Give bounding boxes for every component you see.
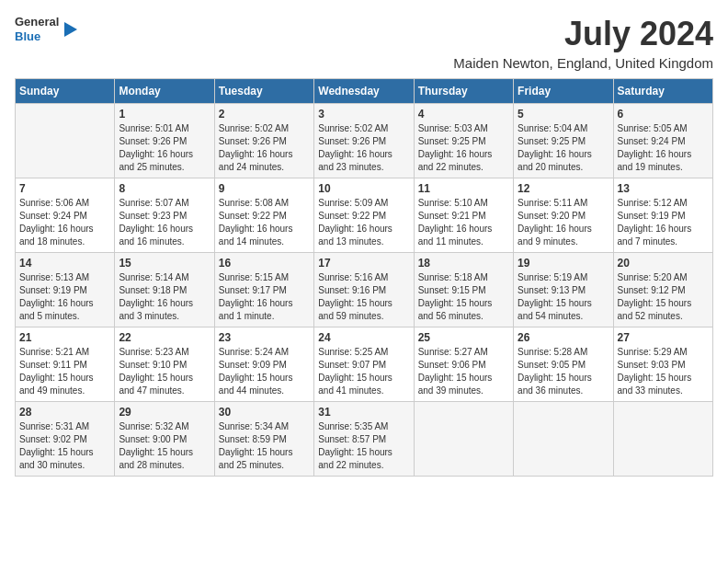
calendar-cell: 26Sunrise: 5:28 AMSunset: 9:05 PMDayligh… bbox=[514, 327, 613, 402]
calendar-cell bbox=[514, 402, 613, 477]
calendar-cell: 22Sunrise: 5:23 AMSunset: 9:10 PMDayligh… bbox=[115, 327, 214, 402]
day-info: Sunrise: 5:29 AMSunset: 9:03 PMDaylight:… bbox=[618, 346, 709, 397]
day-info: Sunrise: 5:06 AMSunset: 9:24 PMDaylight:… bbox=[19, 197, 110, 248]
day-info: Sunrise: 5:16 AMSunset: 9:16 PMDaylight:… bbox=[318, 271, 409, 323]
day-number: 31 bbox=[318, 406, 409, 419]
day-info: Sunrise: 5:13 AMSunset: 9:19 PMDaylight:… bbox=[19, 271, 110, 323]
calendar-cell: 18Sunrise: 5:18 AMSunset: 9:15 PMDayligh… bbox=[414, 253, 513, 327]
calendar-cell: 17Sunrise: 5:16 AMSunset: 9:16 PMDayligh… bbox=[314, 253, 414, 327]
calendar-cell: 28Sunrise: 5:31 AMSunset: 9:02 PMDayligh… bbox=[16, 402, 115, 477]
day-number: 11 bbox=[418, 182, 509, 195]
day-number: 5 bbox=[518, 108, 609, 121]
day-number: 16 bbox=[219, 257, 310, 270]
day-info: Sunrise: 5:35 AMSunset: 8:57 PMDaylight:… bbox=[318, 420, 409, 472]
calendar-cell: 10Sunrise: 5:09 AMSunset: 9:22 PMDayligh… bbox=[314, 178, 414, 253]
day-number: 2 bbox=[219, 108, 310, 121]
calendar-cell bbox=[613, 402, 712, 477]
day-number: 19 bbox=[518, 257, 609, 270]
day-info: Sunrise: 5:20 AMSunset: 9:12 PMDaylight:… bbox=[618, 271, 709, 323]
day-info: Sunrise: 5:34 AMSunset: 8:59 PMDaylight:… bbox=[219, 420, 310, 472]
day-info: Sunrise: 5:24 AMSunset: 9:09 PMDaylight:… bbox=[219, 346, 310, 397]
day-number: 1 bbox=[119, 108, 210, 121]
weekday-header: Wednesday bbox=[314, 79, 414, 104]
day-number: 15 bbox=[119, 257, 210, 270]
day-info: Sunrise: 5:32 AMSunset: 9:00 PMDaylight:… bbox=[119, 420, 210, 472]
calendar-cell: 4Sunrise: 5:03 AMSunset: 9:25 PMDaylight… bbox=[414, 104, 513, 178]
day-info: Sunrise: 5:19 AMSunset: 9:13 PMDaylight:… bbox=[518, 271, 609, 323]
logo-arrow-icon bbox=[64, 22, 77, 37]
calendar-cell bbox=[414, 402, 513, 477]
day-number: 23 bbox=[219, 331, 310, 344]
weekday-header: Thursday bbox=[414, 79, 513, 104]
day-number: 8 bbox=[119, 182, 210, 195]
calendar-cell: 24Sunrise: 5:25 AMSunset: 9:07 PMDayligh… bbox=[314, 327, 414, 402]
logo-blue: Blue bbox=[15, 29, 59, 44]
calendar-cell: 25Sunrise: 5:27 AMSunset: 9:06 PMDayligh… bbox=[414, 327, 513, 402]
day-number: 6 bbox=[618, 108, 709, 121]
day-number: 30 bbox=[219, 406, 310, 419]
calendar-cell bbox=[16, 104, 115, 178]
day-number: 9 bbox=[219, 182, 310, 195]
calendar-cell: 29Sunrise: 5:32 AMSunset: 9:00 PMDayligh… bbox=[115, 402, 214, 477]
calendar-cell: 2Sunrise: 5:02 AMSunset: 9:26 PMDaylight… bbox=[214, 104, 313, 178]
day-number: 10 bbox=[318, 182, 409, 195]
weekday-header-row: SundayMondayTuesdayWednesdayThursdayFrid… bbox=[16, 79, 713, 104]
day-number: 4 bbox=[418, 108, 509, 121]
calendar-cell: 3Sunrise: 5:02 AMSunset: 9:26 PMDaylight… bbox=[314, 104, 414, 178]
day-info: Sunrise: 5:23 AMSunset: 9:10 PMDaylight:… bbox=[119, 346, 210, 397]
day-info: Sunrise: 5:12 AMSunset: 9:19 PMDaylight:… bbox=[618, 197, 709, 248]
day-info: Sunrise: 5:18 AMSunset: 9:15 PMDaylight:… bbox=[418, 271, 509, 323]
day-number: 28 bbox=[19, 406, 110, 419]
day-info: Sunrise: 5:01 AMSunset: 9:26 PMDaylight:… bbox=[119, 122, 210, 174]
day-info: Sunrise: 5:03 AMSunset: 9:25 PMDaylight:… bbox=[418, 122, 509, 174]
day-info: Sunrise: 5:04 AMSunset: 9:25 PMDaylight:… bbox=[518, 122, 609, 174]
calendar-cell: 8Sunrise: 5:07 AMSunset: 9:23 PMDaylight… bbox=[115, 178, 214, 253]
calendar-week-row: 21Sunrise: 5:21 AMSunset: 9:11 PMDayligh… bbox=[16, 327, 713, 402]
day-info: Sunrise: 5:25 AMSunset: 9:07 PMDaylight:… bbox=[318, 346, 409, 397]
weekday-header: Tuesday bbox=[214, 79, 313, 104]
month-title: July 2024 bbox=[453, 15, 713, 53]
calendar-cell: 9Sunrise: 5:08 AMSunset: 9:22 PMDaylight… bbox=[214, 178, 313, 253]
day-number: 17 bbox=[318, 257, 409, 270]
calendar-cell: 6Sunrise: 5:05 AMSunset: 9:24 PMDaylight… bbox=[613, 104, 712, 178]
calendar-cell: 12Sunrise: 5:11 AMSunset: 9:20 PMDayligh… bbox=[514, 178, 613, 253]
calendar-cell: 31Sunrise: 5:35 AMSunset: 8:57 PMDayligh… bbox=[314, 402, 414, 477]
logo-general: General bbox=[15, 15, 59, 29]
day-number: 12 bbox=[518, 182, 609, 195]
day-info: Sunrise: 5:31 AMSunset: 9:02 PMDaylight:… bbox=[19, 420, 110, 472]
day-number: 26 bbox=[518, 331, 609, 344]
day-number: 3 bbox=[318, 108, 409, 121]
weekday-header: Monday bbox=[115, 79, 214, 104]
day-info: Sunrise: 5:05 AMSunset: 9:24 PMDaylight:… bbox=[618, 122, 709, 174]
day-info: Sunrise: 5:08 AMSunset: 9:22 PMDaylight:… bbox=[219, 197, 310, 248]
day-number: 14 bbox=[19, 257, 110, 270]
page-header: General Blue July 2024 Maiden Newton, En… bbox=[15, 15, 713, 71]
calendar-cell: 16Sunrise: 5:15 AMSunset: 9:17 PMDayligh… bbox=[214, 253, 313, 327]
day-info: Sunrise: 5:02 AMSunset: 9:26 PMDaylight:… bbox=[219, 122, 310, 174]
calendar-table: SundayMondayTuesdayWednesdayThursdayFrid… bbox=[15, 78, 713, 477]
day-info: Sunrise: 5:15 AMSunset: 9:17 PMDaylight:… bbox=[219, 271, 310, 323]
calendar-week-row: 28Sunrise: 5:31 AMSunset: 9:02 PMDayligh… bbox=[16, 402, 713, 477]
calendar-cell: 14Sunrise: 5:13 AMSunset: 9:19 PMDayligh… bbox=[16, 253, 115, 327]
day-info: Sunrise: 5:14 AMSunset: 9:18 PMDaylight:… bbox=[119, 271, 210, 323]
weekday-header: Saturday bbox=[613, 79, 712, 104]
calendar-week-row: 7Sunrise: 5:06 AMSunset: 9:24 PMDaylight… bbox=[16, 178, 713, 253]
day-number: 29 bbox=[119, 406, 210, 419]
calendar-cell: 7Sunrise: 5:06 AMSunset: 9:24 PMDaylight… bbox=[16, 178, 115, 253]
day-info: Sunrise: 5:02 AMSunset: 9:26 PMDaylight:… bbox=[318, 122, 409, 174]
day-number: 24 bbox=[318, 331, 409, 344]
day-number: 27 bbox=[618, 331, 709, 344]
day-number: 7 bbox=[19, 182, 110, 195]
day-info: Sunrise: 5:11 AMSunset: 9:20 PMDaylight:… bbox=[518, 197, 609, 248]
logo: General Blue bbox=[15, 15, 77, 43]
weekday-header: Sunday bbox=[16, 79, 115, 104]
calendar-cell: 23Sunrise: 5:24 AMSunset: 9:09 PMDayligh… bbox=[214, 327, 313, 402]
calendar-cell: 13Sunrise: 5:12 AMSunset: 9:19 PMDayligh… bbox=[613, 178, 712, 253]
day-number: 13 bbox=[618, 182, 709, 195]
day-info: Sunrise: 5:10 AMSunset: 9:21 PMDaylight:… bbox=[418, 197, 509, 248]
calendar-cell: 21Sunrise: 5:21 AMSunset: 9:11 PMDayligh… bbox=[16, 327, 115, 402]
day-number: 21 bbox=[19, 331, 110, 344]
day-info: Sunrise: 5:27 AMSunset: 9:06 PMDaylight:… bbox=[418, 346, 509, 397]
calendar-cell: 30Sunrise: 5:34 AMSunset: 8:59 PMDayligh… bbox=[214, 402, 313, 477]
calendar-cell: 19Sunrise: 5:19 AMSunset: 9:13 PMDayligh… bbox=[514, 253, 613, 327]
